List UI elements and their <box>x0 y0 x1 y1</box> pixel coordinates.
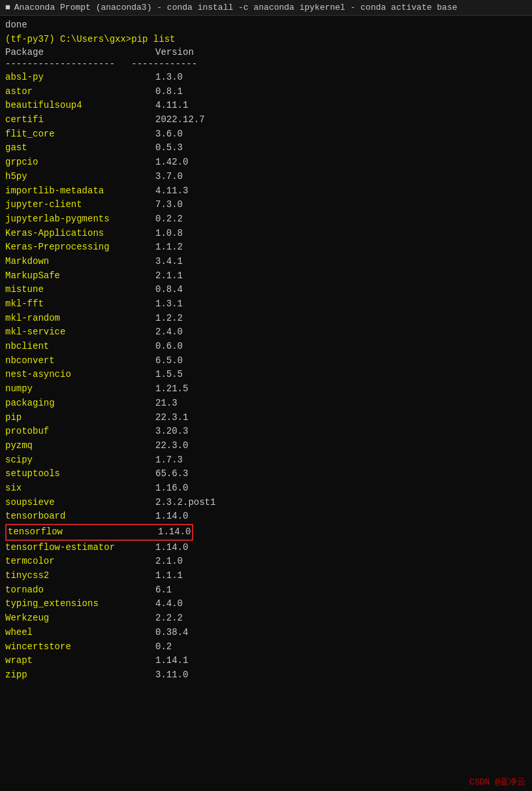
pkg-version: 1.1.2 <box>155 240 527 255</box>
table-row: numpy1.21.5 <box>5 382 527 396</box>
table-row: wincertstore0.2 <box>5 640 527 654</box>
table-row: tinycss21.1.1 <box>5 569 527 583</box>
table-row: absl-py1.3.0 <box>5 71 527 85</box>
table-row: pip22.3.1 <box>5 411 527 425</box>
pkg-version: 1.16.0 <box>155 481 527 496</box>
pkg-name: astor <box>5 85 155 99</box>
table-row: Keras-Preprocessing1.1.2 <box>5 240 527 255</box>
pkg-version: 7.3.0 <box>155 198 527 212</box>
pkg-version: 6.5.0 <box>155 354 527 368</box>
pkg-version: 1.7.3 <box>155 453 527 468</box>
pkg-version: 22.3.0 <box>155 439 527 453</box>
table-row: grpcio1.42.0 <box>5 155 527 170</box>
pkg-name: numpy <box>5 382 155 396</box>
table-row: scipy1.7.3 <box>5 453 527 468</box>
table-row: beautifulsoup44.11.1 <box>5 99 527 113</box>
pkg-name: packaging <box>5 396 155 411</box>
table-row: wheel0.38.4 <box>5 626 527 640</box>
table-row: tensorboard1.14.0 <box>5 509 527 524</box>
pkg-version: 2022.12.7 <box>155 113 527 127</box>
pkg-name: flit_core <box>5 127 155 142</box>
pkg-version: 4.4.0 <box>155 597 527 611</box>
pkg-version: 65.6.3 <box>155 467 527 481</box>
pkg-version: 1.14.0 <box>155 541 527 555</box>
table-row: tornado6.1 <box>5 583 527 598</box>
table-row: importlib-metadata4.11.3 <box>5 184 527 199</box>
pkg-version: 22.3.1 <box>155 411 527 425</box>
pkg-version: 1.5.5 <box>155 368 527 382</box>
pkg-name: h5py <box>5 170 155 184</box>
table-row: jupyterlab-pygments0.2.2 <box>5 212 527 227</box>
packages-list: absl-py1.3.0astor0.8.1beautifulsoup44.11… <box>5 71 527 683</box>
table-row: mkl-service2.4.0 <box>5 325 527 340</box>
table-row: flit_core3.6.0 <box>5 127 527 142</box>
pkg-name: importlib-metadata <box>5 184 155 199</box>
pkg-name: jupyterlab-pygments <box>5 212 155 227</box>
pkg-version: 2.4.0 <box>155 325 527 340</box>
table-row: packaging21.3 <box>5 396 527 411</box>
divider-line: -------------------- ------------ <box>5 59 527 69</box>
pkg-name: tensorflow-estimator <box>5 541 155 555</box>
table-row: jupyter-client7.3.0 <box>5 198 527 212</box>
pkg-name: nest-asyncio <box>5 368 155 382</box>
pkg-version: 21.3 <box>155 396 527 411</box>
pkg-version: 3.20.3 <box>155 425 527 439</box>
table-row: zipp3.11.0 <box>5 668 527 683</box>
pkg-name: termcolor <box>5 555 155 569</box>
pkg-name: grpcio <box>5 155 155 170</box>
watermark: CSDN @蓝净云 <box>469 776 525 788</box>
pkg-name: Markdown <box>5 255 155 269</box>
pkg-version: 0.5.3 <box>155 141 527 155</box>
pkg-name: jupyter-client <box>5 198 155 212</box>
pkg-name: soupsieve <box>5 496 155 510</box>
table-row: certifi2022.12.7 <box>5 113 527 127</box>
pkg-name: pyzmq <box>5 439 155 453</box>
table-row: nest-asyncio1.5.5 <box>5 368 527 382</box>
pkg-name: gast <box>5 141 155 155</box>
pkg-version: 1.2.2 <box>155 312 527 326</box>
pkg-name: Keras-Applications <box>5 227 155 241</box>
pkg-name: tensorboard <box>5 509 155 524</box>
title-bar: ■ Anaconda Prompt (anaconda3) - conda in… <box>0 0 532 16</box>
pkg-name: beautifulsoup4 <box>5 99 155 113</box>
pkg-name: mkl-random <box>5 312 155 326</box>
pkg-version: 1.3.0 <box>155 71 527 85</box>
pkg-name: tornado <box>5 583 155 598</box>
table-row: nbclient0.6.0 <box>5 340 527 354</box>
table-row: astor0.8.1 <box>5 85 527 99</box>
table-row: wrapt1.14.1 <box>5 654 527 668</box>
title-bar-icon: ■ <box>5 3 10 12</box>
pkg-name: Werkzeug <box>5 611 155 626</box>
prompt-line: (tf-py37) C:\Users\gxx>pip list <box>5 34 527 44</box>
table-row: nbconvert6.5.0 <box>5 354 527 368</box>
pkg-name: wincertstore <box>5 640 155 654</box>
pkg-name: Keras-Preprocessing <box>5 240 155 255</box>
pkg-version: 0.2.2 <box>155 212 527 227</box>
pkg-version: 2.1.0 <box>155 555 527 569</box>
table-row: tensorflow-estimator1.14.0 <box>5 541 527 555</box>
pkg-name: typing_extensions <box>5 597 155 611</box>
pkg-version: 1.42.0 <box>155 155 527 170</box>
pkg-name: scipy <box>5 453 155 468</box>
table-row: tensorflow1.14.0 <box>5 524 527 541</box>
table-row: gast0.5.3 <box>5 141 527 155</box>
pkg-version: 1.14.1 <box>155 654 527 668</box>
pkg-name: certifi <box>5 113 155 127</box>
package-table: Package Version -------------------- ---… <box>5 47 527 683</box>
table-row: Keras-Applications1.0.8 <box>5 227 527 241</box>
pkg-version: 0.8.1 <box>155 85 527 99</box>
pkg-name: tensorflow <box>8 525 158 540</box>
table-row: h5py3.7.0 <box>5 170 527 184</box>
pkg-version: 3.4.1 <box>155 255 527 269</box>
pkg-name: mistune <box>5 283 155 297</box>
pkg-name: nbconvert <box>5 354 155 368</box>
pkg-version: 2.3.2.post1 <box>155 496 527 510</box>
pkg-version: 6.1 <box>155 583 527 598</box>
pkg-name: mkl-fft <box>5 297 155 312</box>
pkg-name: six <box>5 481 155 496</box>
pkg-version: 4.11.3 <box>155 184 527 199</box>
table-row: pyzmq22.3.0 <box>5 439 527 453</box>
table-row: mistune0.8.4 <box>5 283 527 297</box>
pkg-version: 0.38.4 <box>155 626 527 640</box>
pkg-version: 1.14.0 <box>158 525 191 540</box>
